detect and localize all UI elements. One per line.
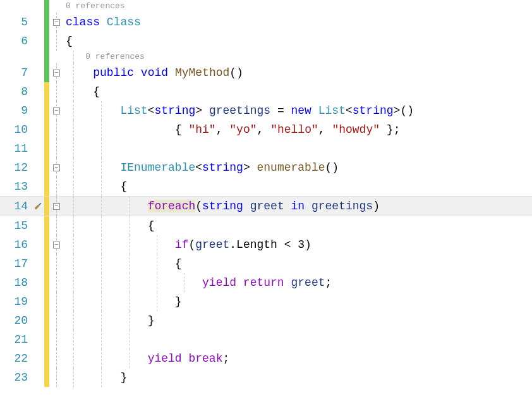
fold-toggle[interactable]: − [53,242,60,249]
codelens-references[interactable]: 0 references [66,1,125,11]
codelens-references[interactable]: 0 references [85,52,145,61]
fold-toggle[interactable]: − [53,203,60,210]
line-number: 11 [0,139,32,158]
code-line[interactable]: 17 { [0,254,532,273]
code-line[interactable]: 12 − IEnumerable<string> enumerable() [0,158,532,177]
code-line-current[interactable]: 14 − foreach(string greet in greetings) [0,196,532,216]
code-line[interactable]: 20 } [0,311,532,330]
line-number: 9 [0,101,32,120]
code-line[interactable]: 7 − public void MyMethod() [0,63,532,82]
line-number: 8 [0,82,32,101]
code-line[interactable]: 23 } [0,368,532,387]
line-number: 22 [0,349,32,368]
line-number: 18 [0,273,32,292]
line-number: 7 [0,63,32,82]
line-number: 14 [0,197,32,216]
screwdriver-icon [32,200,44,212]
fold-toggle[interactable]: − [53,70,60,77]
quick-action-gutter [32,13,44,32]
code-line[interactable]: 5 − class Class [0,13,532,32]
code-line[interactable]: 13 { [0,177,532,196]
line-number: 19 [0,292,32,311]
line-number: 15 [0,216,32,235]
line-number: 13 [0,177,32,196]
code-line[interactable]: 18 yield return greet; [0,273,532,292]
code-content[interactable]: class Class [63,13,532,32]
code-editor[interactable]: 0 references 5 − class Class 6 { 0 refer… [0,0,532,399]
line-number: 17 [0,254,32,273]
fold-toggle[interactable]: − [53,19,60,26]
svg-rect-0 [39,202,42,206]
fold-column: − [49,13,63,32]
code-line[interactable]: 19 } [0,292,532,311]
line-number: 20 [0,311,32,330]
line-number: 5 [0,13,32,32]
code-line[interactable]: 10 { "hi", "yo", "hello", "howdy" }; [0,120,532,139]
line-number: 16 [0,235,32,254]
code-line[interactable]: 22 yield break; [0,349,532,368]
line-number: 6 [0,32,32,51]
fold-toggle[interactable]: − [53,107,60,114]
change-marker [44,13,49,32]
code-line[interactable]: 21 [0,330,532,349]
fold-toggle[interactable]: − [53,164,60,171]
codelens-row: 0 references [0,0,532,13]
line-number: 23 [0,368,32,387]
code-line[interactable]: 11 [0,139,532,158]
code-line[interactable]: 15 { [0,216,532,235]
code-line[interactable]: 8 { [0,82,532,101]
code-line[interactable]: 6 { [0,32,532,51]
code-line[interactable]: 9 − List<string> greetings = new List<st… [0,101,532,120]
line-number: 12 [0,158,32,177]
change-marker [44,0,49,13]
code-line[interactable]: 16 − if(greet.Length < 3) [0,235,532,254]
codelens-row: 0 references [0,51,532,63]
line-number: 21 [0,330,32,349]
quick-action-gutter[interactable] [32,197,44,216]
selected-keyword: foreach [148,200,196,212]
line-number: 10 [0,120,32,139]
